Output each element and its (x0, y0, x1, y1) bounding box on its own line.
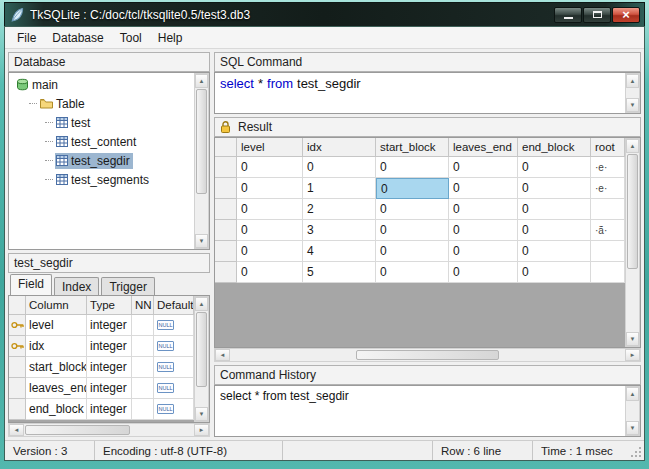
scroll-left-icon[interactable]: ◄ (9, 424, 24, 436)
field-col-type[interactable]: Type (87, 296, 132, 315)
titlebar[interactable]: TkSQLite : C:/doc/tcl/tksqlite0.5/test3.… (4, 2, 645, 26)
result-row-header[interactable] (215, 178, 237, 199)
result-cell[interactable]: 5 (303, 262, 376, 283)
field-cell-column[interactable]: end_block (26, 399, 87, 420)
tree-item-test_content[interactable]: test_content (9, 132, 194, 151)
tree-vertical-scrollbar[interactable]: ▲ ▼ (194, 73, 209, 249)
field-row-level[interactable]: level integer NULL (9, 315, 194, 336)
tree-item-test_segdir[interactable]: test_segdir (9, 151, 194, 170)
scroll-track[interactable] (230, 349, 625, 361)
result-cell[interactable]: 0 (237, 220, 303, 241)
scroll-left-icon[interactable]: ◄ (215, 349, 230, 361)
scroll-thumb[interactable] (25, 425, 130, 435)
field-cell-nn[interactable] (132, 399, 154, 420)
result-vertical-scrollbar[interactable]: ▲ ▼ (625, 138, 640, 347)
menu-database[interactable]: Database (44, 29, 111, 47)
result-cell[interactable]: 0 (449, 178, 518, 199)
result-cell[interactable]: ·e· (591, 178, 625, 199)
field-cell-nn[interactable] (132, 378, 154, 399)
result-row-header[interactable] (215, 220, 237, 241)
resize-grip[interactable] (628, 441, 644, 460)
tab-index[interactable]: Index (54, 277, 99, 295)
result-cell[interactable]: 0 (376, 262, 449, 283)
result-row-header[interactable] (215, 157, 237, 178)
field-table-vertical-scrollbar[interactable]: ▲ ▼ (194, 296, 209, 422)
field-table-horizontal-scrollbar[interactable]: ◄ ► (8, 423, 210, 437)
result-col-idx[interactable]: idx (303, 138, 376, 157)
result-cell[interactable]: 0 (376, 241, 449, 262)
tree-item-test_segments[interactable]: test_segments (9, 170, 194, 189)
sql-editor-vertical-scrollbar[interactable]: ▲ ▼ (625, 73, 640, 113)
result-col-end_block[interactable]: end_block (518, 138, 591, 157)
scroll-down-icon[interactable]: ▼ (626, 421, 639, 435)
scroll-thumb[interactable] (196, 89, 207, 194)
field-cell-column[interactable]: start_block (26, 357, 87, 378)
result-row-header[interactable] (215, 241, 237, 262)
result-cell[interactable]: 0 (237, 262, 303, 283)
result-cell[interactable]: 0 (237, 157, 303, 178)
result-cell[interactable] (591, 262, 625, 283)
result-cell[interactable]: 0 (449, 157, 518, 178)
result-cell[interactable]: 1 (303, 178, 376, 199)
scroll-track[interactable] (626, 153, 639, 332)
command-history-list[interactable]: select * from test_segdir (215, 386, 625, 436)
result-col-root[interactable]: root (591, 138, 625, 157)
scroll-up-icon[interactable]: ▲ (626, 387, 639, 401)
result-cell[interactable]: 0 (518, 241, 591, 262)
menu-help[interactable]: Help (150, 29, 191, 47)
result-cell[interactable]: 0 (237, 199, 303, 220)
field-cell-default[interactable]: NULL (154, 399, 194, 420)
menu-tool[interactable]: Tool (112, 29, 150, 47)
result-cell[interactable]: 0 (376, 157, 449, 178)
history-vertical-scrollbar[interactable]: ▲ ▼ (625, 386, 640, 436)
field-cell-default[interactable]: NULL (154, 315, 194, 336)
scroll-down-icon[interactable]: ▼ (626, 98, 639, 112)
field-cell-type[interactable]: integer (87, 336, 132, 357)
scroll-up-icon[interactable]: ▲ (195, 74, 208, 88)
result-cell[interactable]: 0 (449, 199, 518, 220)
field-cell-column[interactable]: idx (26, 336, 87, 357)
result-row-header[interactable] (215, 199, 237, 220)
result-cell-selected[interactable]: 0 (376, 178, 449, 199)
field-cell-column[interactable]: leaves_end (26, 378, 87, 399)
field-cell-type[interactable]: integer (87, 399, 132, 420)
scroll-right-icon[interactable]: ► (194, 424, 209, 436)
tree-item-table-folder[interactable]: Table (9, 94, 194, 113)
field-cell-nn[interactable] (132, 336, 154, 357)
field-row-start_block[interactable]: start_block integer NULL (9, 357, 194, 378)
result-cell[interactable]: 0 (449, 241, 518, 262)
scroll-track[interactable] (24, 424, 194, 436)
field-col-default[interactable]: Default (154, 296, 194, 315)
scroll-track[interactable] (195, 311, 208, 407)
result-cell[interactable]: 3 (303, 220, 376, 241)
field-cell-nn[interactable] (132, 357, 154, 378)
result-cell[interactable]: ·e· (591, 157, 625, 178)
result-cell[interactable]: 0 (449, 220, 518, 241)
scroll-thumb[interactable] (196, 312, 207, 387)
minimize-button[interactable] (554, 7, 582, 23)
result-col-start_block[interactable]: start_block (376, 138, 449, 157)
result-col-leaves_end[interactable]: leaves_end (449, 138, 518, 157)
field-cell-nn[interactable] (132, 315, 154, 336)
scroll-track[interactable] (626, 88, 639, 98)
close-button[interactable]: × (612, 7, 640, 23)
sql-editor[interactable]: select*fromtest_segdir (215, 73, 625, 113)
scroll-up-icon[interactable]: ▲ (626, 139, 639, 153)
result-cell[interactable]: 0 (518, 220, 591, 241)
result-cell[interactable]: 0 (376, 199, 449, 220)
tree-item-test[interactable]: test (9, 113, 194, 132)
field-cell-type[interactable]: integer (87, 315, 132, 336)
scroll-thumb[interactable] (627, 154, 638, 269)
result-cell[interactable]: 0 (376, 220, 449, 241)
field-cell-type[interactable]: integer (87, 357, 132, 378)
scroll-up-icon[interactable]: ▲ (195, 297, 208, 311)
menu-file[interactable]: File (9, 29, 44, 47)
scroll-right-icon[interactable]: ► (625, 349, 640, 361)
field-row-idx[interactable]: idx integer NULL (9, 336, 194, 357)
result-cell[interactable]: 4 (303, 241, 376, 262)
tab-field[interactable]: Field (10, 274, 52, 295)
result-col-level[interactable]: level (237, 138, 303, 157)
result-cell[interactable]: 2 (303, 199, 376, 220)
result-cell[interactable]: ·ã· (591, 220, 625, 241)
field-col-nn[interactable]: NN (132, 296, 154, 315)
